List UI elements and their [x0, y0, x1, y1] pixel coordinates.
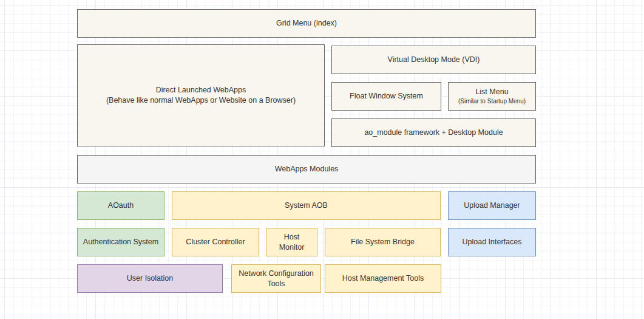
node-label: User Isolation: [127, 273, 173, 284]
node-label: AOauth: [108, 201, 134, 211]
node-label: Host Monitor: [271, 232, 312, 253]
node-label: File System Bridge: [351, 237, 415, 247]
node-ao-module-framework: ao_module framework + Desktop Module: [331, 118, 536, 147]
node-upload-manager: Upload Manager: [448, 191, 536, 220]
node-label: Virtual Desktop Mode (VDI): [388, 55, 480, 65]
node-label: Authentication System: [83, 237, 158, 247]
node-label: Network Configuration Tools: [237, 269, 316, 289]
node-sublabel: (Behave like normal WebApps or Website o…: [106, 95, 296, 106]
node-aoauth: AOauth: [77, 191, 164, 220]
node-upload-interfaces: Upload Interfaces: [448, 228, 536, 256]
node-sublabel: (Similar to Startup Menu): [458, 97, 526, 106]
node-grid-menu: Grid Menu (index): [77, 9, 536, 38]
node-float-window-system: Float Window System: [331, 82, 441, 111]
node-list-menu: List Menu (Similar to Startup Menu): [448, 82, 536, 111]
node-webapps-modules: WebApps Modules: [77, 155, 536, 184]
node-label: ao_module framework + Desktop Module: [364, 128, 503, 138]
node-label: Float Window System: [350, 91, 423, 101]
node-virtual-desktop-mode: Virtual Desktop Mode (VDI): [331, 46, 536, 74]
node-label: Grid Menu (index): [276, 18, 337, 29]
node-user-isolation: User Isolation: [77, 264, 223, 293]
node-host-monitor: Host Monitor: [266, 228, 317, 256]
node-label: List Menu: [475, 87, 508, 97]
node-label: Host Management Tools: [342, 273, 424, 284]
node-authentication-system: Authentication System: [77, 228, 164, 256]
node-label: WebApps Modules: [275, 164, 339, 174]
diagram-canvas: Grid Menu (index) Direct Launched WebApp…: [0, 0, 644, 319]
node-system-aob: System AOB: [172, 191, 441, 220]
node-label: Upload Manager: [464, 201, 520, 211]
node-cluster-controller: Cluster Controller: [172, 228, 259, 256]
node-label: Cluster Controller: [186, 237, 245, 247]
node-network-configuration-tools: Network Configuration Tools: [231, 264, 321, 293]
node-host-management-tools: Host Management Tools: [325, 264, 441, 293]
node-label: System AOB: [285, 201, 328, 211]
node-label: Direct Launched WebApps: [156, 85, 246, 95]
node-direct-launched-webapps: Direct Launched WebApps (Behave like nor…: [77, 44, 325, 146]
node-file-system-bridge: File System Bridge: [325, 228, 441, 256]
node-label: Upload Interfaces: [463, 237, 522, 247]
